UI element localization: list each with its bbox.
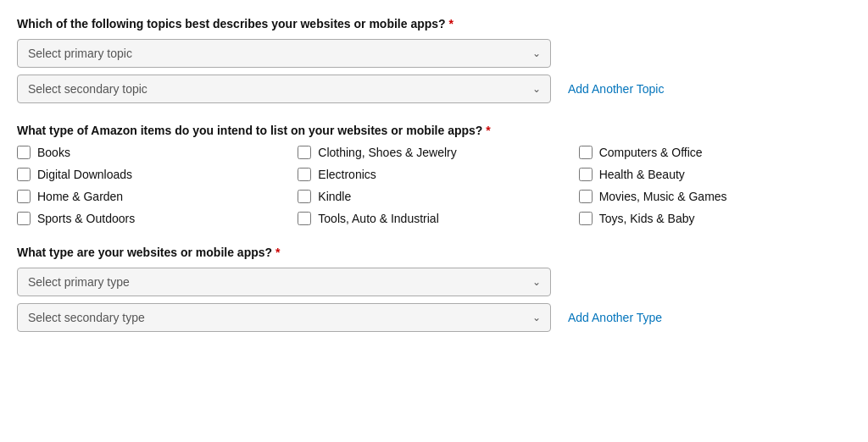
checkbox-item-toys-kids-baby: Toys, Kids & Baby [579, 212, 851, 225]
items-required-marker: * [486, 124, 490, 137]
checkbox-item-kindle: Kindle [298, 190, 570, 203]
checkbox-item-home-garden: Home & Garden [17, 190, 289, 203]
type-section: What type are your websites or mobile ap… [17, 246, 851, 332]
checkbox-label-movies-music-games[interactable]: Movies, Music & Games [599, 190, 727, 203]
secondary-topic-row: Select secondary topic ⌄ Add Another Top… [17, 75, 851, 103]
checkbox-clothing-shoes-jewelry[interactable] [298, 146, 311, 159]
topic-section: Which of the following topics best descr… [17, 17, 851, 103]
checkbox-item-health-beauty: Health & Beauty [579, 168, 851, 181]
secondary-type-wrapper: Select secondary type ⌄ [17, 303, 551, 332]
secondary-topic-select[interactable]: Select secondary topic [17, 75, 551, 103]
checkbox-item-books: Books [17, 146, 289, 159]
topic-question: Which of the following topics best descr… [17, 17, 851, 30]
checkbox-item-digital-downloads: Digital Downloads [17, 168, 289, 181]
checkbox-label-kindle[interactable]: Kindle [318, 190, 351, 203]
primary-topic-select[interactable]: Select primary topic [17, 39, 551, 68]
checkbox-item-electronics: Electronics [298, 168, 570, 181]
checkbox-digital-downloads[interactable] [17, 168, 31, 181]
checkbox-label-tools-auto-industrial[interactable]: Tools, Auto & Industrial [318, 212, 438, 225]
checkbox-item-movies-music-games: Movies, Music & Games [579, 190, 851, 203]
primary-type-select[interactable]: Select primary type [17, 268, 551, 296]
checkbox-label-sports-outdoors[interactable]: Sports & Outdoors [37, 212, 135, 225]
checkbox-label-digital-downloads[interactable]: Digital Downloads [37, 168, 132, 181]
checkbox-label-books[interactable]: Books [37, 146, 70, 159]
checkbox-label-health-beauty[interactable]: Health & Beauty [599, 168, 685, 181]
items-question: What type of Amazon items do you intend … [17, 124, 851, 137]
primary-topic-wrapper: Select primary topic ⌄ [17, 39, 551, 68]
checkbox-item-sports-outdoors: Sports & Outdoors [17, 212, 289, 225]
primary-topic-row: Select primary topic ⌄ [17, 39, 851, 68]
checkbox-item-clothing-shoes-jewelry: Clothing, Shoes & Jewelry [298, 146, 570, 159]
secondary-type-row: Select secondary type ⌄ Add Another Type [17, 303, 851, 332]
checkbox-electronics[interactable] [298, 168, 311, 181]
checkbox-health-beauty[interactable] [579, 168, 593, 181]
items-grid: BooksClothing, Shoes & JewelryComputers … [17, 146, 851, 225]
checkbox-home-garden[interactable] [17, 190, 31, 203]
type-required-marker: * [275, 246, 280, 259]
checkbox-computers-office[interactable] [579, 146, 593, 159]
checkbox-label-electronics[interactable]: Electronics [318, 168, 376, 181]
checkbox-item-tools-auto-industrial: Tools, Auto & Industrial [298, 212, 570, 225]
checkbox-kindle[interactable] [298, 190, 311, 203]
checkbox-books[interactable] [17, 146, 31, 159]
primary-type-row: Select primary type ⌄ [17, 268, 851, 296]
checkbox-item-computers-office: Computers & Office [579, 146, 851, 159]
checkbox-toys-kids-baby[interactable] [579, 212, 593, 225]
type-question: What type are your websites or mobile ap… [17, 246, 851, 259]
checkbox-label-toys-kids-baby[interactable]: Toys, Kids & Baby [599, 212, 695, 225]
items-section: What type of Amazon items do you intend … [17, 124, 851, 225]
secondary-type-select[interactable]: Select secondary type [17, 303, 551, 332]
checkbox-tools-auto-industrial[interactable] [298, 212, 311, 225]
checkbox-movies-music-games[interactable] [579, 190, 593, 203]
topic-required-marker: * [449, 17, 453, 30]
add-another-topic-link[interactable]: Add Another Topic [568, 82, 664, 96]
add-another-type-link[interactable]: Add Another Type [568, 311, 662, 324]
checkbox-sports-outdoors[interactable] [17, 212, 31, 225]
checkbox-label-computers-office[interactable]: Computers & Office [599, 146, 703, 159]
checkbox-label-home-garden[interactable]: Home & Garden [37, 190, 123, 203]
primary-type-wrapper: Select primary type ⌄ [17, 268, 551, 296]
secondary-topic-wrapper: Select secondary topic ⌄ [17, 75, 551, 103]
checkbox-label-clothing-shoes-jewelry[interactable]: Clothing, Shoes & Jewelry [318, 146, 456, 159]
